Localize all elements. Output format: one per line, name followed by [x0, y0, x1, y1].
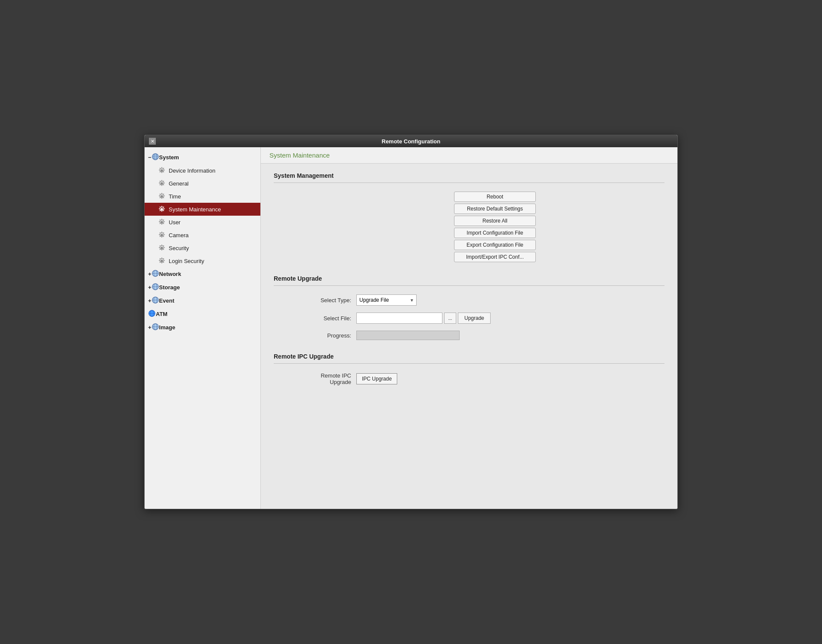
- content-area: − System: [145, 147, 677, 509]
- network-globe-icon: [151, 269, 159, 279]
- svg-point-9: [161, 221, 163, 223]
- remote-upgrade-title: Remote Upgrade: [274, 275, 664, 282]
- network-expand-icon: +: [148, 271, 151, 277]
- user-gear-icon: [158, 218, 166, 226]
- sidebar-group-event[interactable]: + Event: [145, 294, 260, 307]
- device-info-gear-icon: [158, 166, 166, 175]
- sidebar-item-login-security[interactable]: Login Security: [145, 254, 260, 267]
- select-type-row: Select Type: Upgrade File ▼: [274, 294, 664, 306]
- camera-gear-icon: [158, 231, 166, 239]
- general-gear-icon: [158, 179, 166, 188]
- ipc-upgrade-row: Remote IPC Upgrade IPC Upgrade: [274, 372, 664, 385]
- browse-button[interactable]: ...: [444, 313, 456, 324]
- event-globe-icon: [151, 296, 159, 305]
- sidebar-group-storage[interactable]: + Storage: [145, 281, 260, 294]
- progress-label: Progress:: [300, 332, 351, 339]
- select-file-input-group: ... Upgrade: [356, 313, 491, 324]
- window-title: Remote Configuration: [382, 138, 441, 145]
- main-window: ✕ Remote Configuration − System: [144, 135, 678, 509]
- sidebar-atm-label: ATM: [156, 311, 167, 317]
- system-maintenance-gear-icon: [158, 205, 166, 214]
- select-file-row: Select File: ... Upgrade: [274, 313, 664, 324]
- remote-ipc-upgrade-divider: [274, 363, 664, 364]
- sidebar-item-camera-label: Camera: [169, 232, 189, 238]
- select-file-label: Select File:: [300, 315, 351, 322]
- sidebar-system-label: System: [159, 154, 179, 161]
- sidebar-item-general[interactable]: General: [145, 177, 260, 190]
- sidebar-item-login-security-label: Login Security: [169, 258, 204, 264]
- ipc-upgrade-label: Remote IPC Upgrade: [300, 372, 351, 385]
- security-gear-icon: [158, 244, 166, 252]
- select-type-dropdown[interactable]: Upgrade File: [356, 294, 417, 306]
- main-panel: System Maintenance System Management Reb…: [261, 147, 677, 509]
- panel-header: System Maintenance: [261, 147, 677, 164]
- sidebar-item-time-label: Time: [169, 193, 181, 200]
- sidebar-item-user-label: User: [169, 219, 180, 226]
- sidebar-item-user[interactable]: User: [145, 216, 260, 229]
- import-config-button[interactable]: Import Configuration File: [454, 228, 536, 238]
- system-management-divider: [274, 183, 664, 183]
- sidebar-item-camera[interactable]: Camera: [145, 229, 260, 242]
- select-file-input[interactable]: [356, 313, 442, 324]
- event-expand-icon: +: [148, 297, 151, 304]
- sidebar-item-system-maintenance-label: System Maintenance: [169, 206, 221, 213]
- time-gear-icon: [158, 192, 166, 201]
- atm-globe-icon: [148, 310, 156, 319]
- progress-row: Progress:: [274, 331, 664, 340]
- panel-title: System Maintenance: [269, 152, 330, 159]
- remote-ipc-upgrade-section: Remote IPC Upgrade Remote IPC Upgrade IP…: [274, 353, 664, 385]
- close-button[interactable]: ✕: [149, 138, 156, 145]
- svg-point-12: [161, 260, 163, 262]
- select-type-wrapper: Upgrade File ▼: [356, 294, 417, 306]
- sidebar-item-system-maintenance[interactable]: System Maintenance: [145, 203, 260, 216]
- reboot-button[interactable]: Reboot: [454, 192, 536, 202]
- sidebar-item-device-information[interactable]: Device Information: [145, 164, 260, 177]
- svg-point-7: [161, 195, 163, 197]
- select-type-label: Select Type:: [300, 297, 351, 303]
- system-management-buttons: Reboot Restore Default Settings Restore …: [325, 192, 664, 262]
- svg-point-11: [161, 247, 163, 249]
- sidebar-item-security[interactable]: Security: [145, 242, 260, 254]
- upgrade-button[interactable]: Upgrade: [458, 313, 491, 324]
- sidebar-group-network[interactable]: + Network: [145, 267, 260, 281]
- titlebar: ✕ Remote Configuration: [145, 135, 677, 147]
- progress-bar: [356, 331, 460, 340]
- system-management-title: System Management: [274, 172, 664, 179]
- sidebar-item-time[interactable]: Time: [145, 190, 260, 203]
- restore-all-button[interactable]: Restore All: [454, 216, 536, 226]
- svg-point-6: [161, 182, 163, 184]
- remote-ipc-upgrade-title: Remote IPC Upgrade: [274, 353, 664, 360]
- login-security-gear-icon: [158, 257, 166, 265]
- image-globe-icon: [151, 323, 159, 332]
- image-expand-icon: +: [148, 324, 151, 331]
- storage-globe-icon: [151, 283, 159, 292]
- sidebar: − System: [145, 147, 261, 509]
- sidebar-item-security-label: Security: [169, 245, 189, 251]
- sidebar-storage-label: Storage: [159, 284, 180, 291]
- ipc-upgrade-button[interactable]: IPC Upgrade: [356, 373, 397, 384]
- sidebar-item-general-label: General: [169, 180, 189, 187]
- system-management-section: System Management Reboot Restore Default…: [274, 172, 664, 262]
- system-globe-icon: [151, 153, 159, 162]
- remote-upgrade-section: Remote Upgrade Select Type: Upgrade File…: [274, 275, 664, 340]
- sidebar-group-system[interactable]: − System: [145, 151, 260, 164]
- sidebar-image-label: Image: [159, 324, 176, 331]
- sidebar-group-atm[interactable]: ATM: [145, 307, 260, 321]
- sidebar-group-image[interactable]: + Image: [145, 321, 260, 334]
- restore-default-button[interactable]: Restore Default Settings: [454, 204, 536, 214]
- svg-point-5: [161, 169, 163, 171]
- sidebar-event-label: Event: [159, 297, 174, 304]
- export-config-button[interactable]: Export Configuration File: [454, 240, 536, 250]
- storage-expand-icon: +: [148, 284, 151, 291]
- panel-content: System Management Reboot Restore Default…: [261, 164, 677, 407]
- remote-upgrade-divider: [274, 285, 664, 286]
- sidebar-network-label: Network: [159, 271, 181, 277]
- svg-point-10: [161, 234, 163, 236]
- svg-point-8: [161, 208, 163, 210]
- import-export-ipc-button[interactable]: Import/Export IPC Conf...: [454, 252, 536, 262]
- sidebar-item-device-info-label: Device Information: [169, 167, 215, 174]
- system-expand-icon: −: [148, 154, 151, 161]
